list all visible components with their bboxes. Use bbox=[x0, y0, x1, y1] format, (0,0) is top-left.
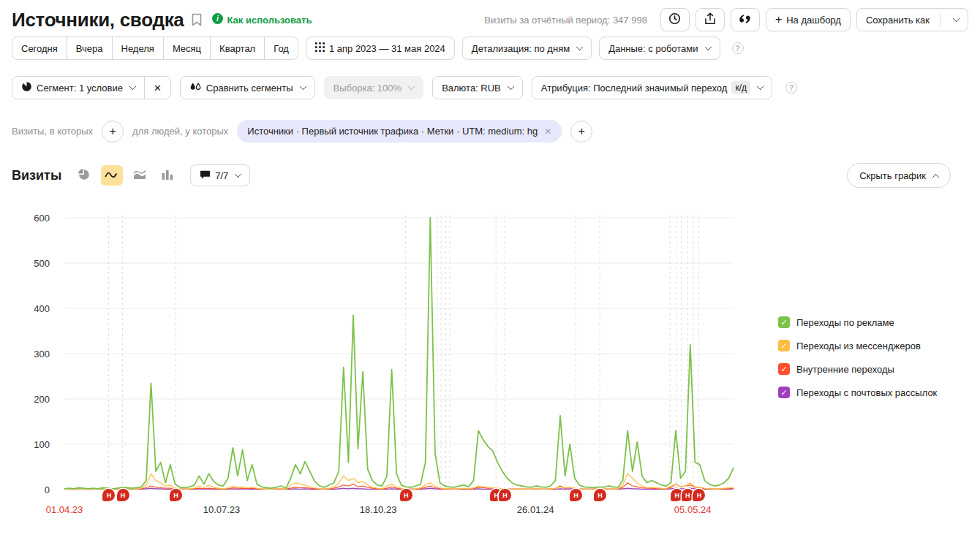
segment-clear-button[interactable]: ✕ bbox=[144, 76, 171, 99]
period-quarter-button[interactable]: Квартал bbox=[210, 37, 265, 60]
annotation-pin[interactable]: Н bbox=[570, 489, 582, 501]
annotation-pin[interactable]: Н bbox=[102, 489, 115, 501]
legend-label: Переходы с почтовых рассылок bbox=[796, 387, 937, 398]
currency-button[interactable]: Валюта: RUB bbox=[432, 76, 523, 99]
chevron-down-icon bbox=[235, 171, 242, 178]
annotations-count: 7/7 bbox=[215, 170, 228, 181]
period-today-label: Сегодня bbox=[21, 43, 58, 54]
compare-segments-label: Сравнить сегменты bbox=[206, 83, 293, 94]
date-range-button[interactable]: 1 апр 2023 — 31 мая 2024 bbox=[306, 37, 455, 60]
add-visit-condition-button[interactable]: + bbox=[102, 121, 124, 142]
legend-item-email[interactable]: ✓ Переходы с почтовых рассылок bbox=[778, 387, 937, 398]
pie-chart-icon bbox=[78, 168, 91, 183]
how-to-use-label: Как использовать bbox=[227, 15, 312, 26]
segment-label: Сегмент: 1 условие bbox=[37, 83, 123, 94]
sampling-label: Выборка: 100% bbox=[333, 83, 402, 94]
annotation-pin[interactable]: Н bbox=[400, 489, 412, 501]
add-people-condition-button[interactable]: + bbox=[570, 121, 592, 142]
chip-close-icon[interactable]: ✕ bbox=[544, 126, 551, 137]
comment-bubble-icon bbox=[200, 170, 211, 182]
period-presets: Сегодня Вчера Неделя Месяц Квартал Год bbox=[12, 37, 298, 60]
export-button[interactable] bbox=[696, 8, 725, 31]
date-range-label: 1 апр 2023 — 31 мая 2024 bbox=[329, 43, 445, 54]
chevron-down-icon bbox=[507, 83, 514, 91]
hide-chart-button[interactable]: Скрыть график bbox=[847, 163, 951, 188]
plus-icon: + bbox=[109, 125, 116, 138]
feedback-button[interactable] bbox=[731, 8, 760, 31]
legend-label: Внутренние переходы bbox=[796, 364, 894, 375]
legend-item-ads[interactable]: ✓ Переходы по рекламе bbox=[778, 316, 937, 328]
page-header: Источники, сводка i Как использовать Виз… bbox=[0, 0, 980, 29]
period-month-label: Месяц bbox=[173, 43, 201, 54]
attribution-badge: к/д bbox=[731, 81, 750, 94]
help-icon[interactable]: ? bbox=[785, 82, 797, 94]
upload-icon bbox=[704, 12, 716, 27]
chart-type-area-button[interactable] bbox=[129, 165, 151, 186]
segment-button[interactable]: Сегмент: 1 условие bbox=[12, 76, 145, 99]
compare-segments-button[interactable]: Сравнить сегменты bbox=[180, 76, 315, 99]
visits-line-chart[interactable]: ННННННННННН bbox=[64, 216, 734, 492]
plus-icon: + bbox=[775, 13, 782, 26]
data-mode-button[interactable]: Данные: с роботами bbox=[599, 37, 720, 60]
help-icon[interactable]: ? bbox=[732, 42, 744, 54]
checkbox-checked-icon[interactable]: ✓ bbox=[778, 316, 790, 328]
detalization-button[interactable]: Детализация: по дням bbox=[462, 37, 592, 60]
annotations-button[interactable]: 7/7 bbox=[190, 164, 250, 186]
period-yesterday-label: Вчера bbox=[76, 43, 103, 54]
columns-chart-icon bbox=[162, 170, 173, 182]
currency-label: Валюта: RUB bbox=[442, 83, 501, 94]
period-week-button[interactable]: Неделя bbox=[112, 37, 164, 60]
chevron-down-icon bbox=[576, 44, 584, 51]
period-bar: Сегодня Вчера Неделя Месяц Квартал Год 1… bbox=[12, 37, 968, 60]
segment-condition-chip[interactable]: Источники · Первый источник трафика · Ме… bbox=[237, 120, 562, 142]
annotation-pin[interactable]: Н bbox=[682, 489, 694, 501]
checkbox-checked-icon[interactable]: ✓ bbox=[778, 363, 790, 375]
how-to-use-link[interactable]: i Как использовать bbox=[212, 13, 312, 27]
period-month-button[interactable]: Месяц bbox=[163, 37, 211, 60]
chart-type-line-button[interactable] bbox=[101, 165, 123, 186]
y-tick-label: 300 bbox=[34, 349, 50, 360]
chart-canvas bbox=[64, 216, 734, 492]
history-button[interactable] bbox=[660, 8, 690, 31]
legend-item-messengers[interactable]: ✓ Переходы из мессенджеров bbox=[778, 340, 937, 351]
chart-type-pie-button[interactable] bbox=[73, 165, 95, 186]
close-icon: ✕ bbox=[154, 83, 162, 94]
period-yesterday-button[interactable]: Вчера bbox=[67, 37, 113, 60]
plus-icon: + bbox=[578, 125, 585, 138]
chart-type-columns-button[interactable] bbox=[157, 165, 178, 186]
x-tick-label: 18.10.23 bbox=[360, 504, 397, 515]
legend-item-internal[interactable]: ✓ Внутренние переходы bbox=[778, 363, 937, 375]
attribution-label: Атрибуция: Последний значимый переход bbox=[541, 83, 728, 94]
visits-period-total: Визиты за отчётный период: 347 998 bbox=[484, 15, 647, 26]
period-today-button[interactable]: Сегодня bbox=[12, 37, 67, 60]
data-mode-label: Данные: с роботами bbox=[608, 43, 698, 54]
divider bbox=[940, 13, 941, 26]
visits-in-label: Визиты, в которых bbox=[12, 126, 93, 137]
add-to-dashboard-button[interactable]: + На дашборд bbox=[766, 8, 851, 31]
annotation-pin[interactable]: Н bbox=[499, 489, 511, 501]
chart-toolbar: Визиты 7/7 bbox=[12, 163, 968, 188]
sampling-button[interactable]: Выборка: 100% bbox=[324, 76, 424, 99]
annotation-pin[interactable]: Н bbox=[170, 489, 182, 501]
page-title: Источники, сводка bbox=[12, 9, 184, 31]
period-year-button[interactable]: Год bbox=[264, 37, 298, 60]
chevron-down-icon bbox=[953, 15, 960, 23]
attribution-button[interactable]: Атрибуция: Последний значимый переход к/… bbox=[532, 76, 772, 99]
annotation-pin[interactable]: Н bbox=[693, 489, 705, 501]
bookmark-icon[interactable] bbox=[192, 13, 202, 26]
annotation-pin[interactable]: Н bbox=[117, 489, 129, 501]
chart-section: 0100200300400500600 ННННННННННН 01.04.23… bbox=[0, 208, 980, 529]
feedback-icon bbox=[739, 14, 751, 26]
chevron-down-icon bbox=[129, 83, 137, 91]
save-as-button[interactable]: Сохранить как bbox=[856, 8, 968, 31]
legend-label: Переходы по рекламе bbox=[796, 317, 894, 328]
period-week-label: Неделя bbox=[121, 43, 154, 54]
checkbox-checked-icon[interactable]: ✓ bbox=[778, 340, 790, 351]
legend-label: Переходы из мессенджеров bbox=[796, 341, 921, 351]
checkbox-checked-icon[interactable]: ✓ bbox=[778, 387, 790, 398]
x-tick-label: 26.01.24 bbox=[517, 504, 554, 515]
annotation-pin[interactable]: Н bbox=[594, 489, 606, 501]
x-tick-label: 01.04.23 bbox=[46, 504, 83, 515]
y-tick-label: 200 bbox=[34, 394, 50, 405]
chevron-down-icon bbox=[299, 83, 306, 91]
